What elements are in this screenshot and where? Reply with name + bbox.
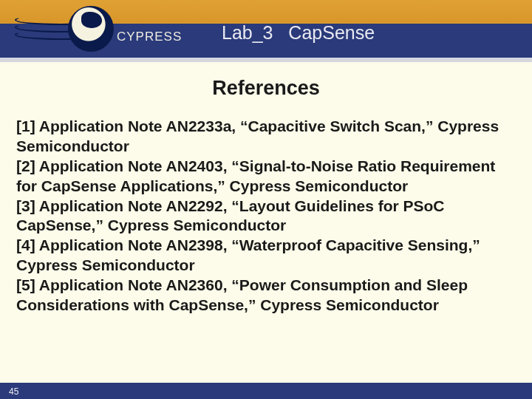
- logo-globe-icon: [68, 6, 114, 52]
- reference-item: [3] Application Note AN2292, “Layout Gui…: [16, 197, 516, 236]
- page-number: 45: [9, 386, 18, 397]
- reference-item: [1] Application Note AN2233a, “Capacitiv…: [16, 117, 516, 157]
- header-light-bar: [0, 58, 532, 62]
- footer-bar: 45: [0, 383, 532, 399]
- references-list: [1] Application Note AN2233a, “Capacitiv…: [16, 117, 516, 316]
- section-heading: References: [0, 77, 532, 100]
- slide: CYPRESS Lab_3 CapSense References [1] Ap…: [0, 0, 532, 399]
- reference-item: [2] Application Note AN2403, “Signal-to-…: [16, 157, 516, 197]
- reference-item: [5] Application Note AN2360, “Power Cons…: [16, 276, 516, 316]
- slide-title: Lab_3 CapSense: [222, 22, 510, 44]
- cypress-logo: CYPRESS: [15, 4, 185, 56]
- logo-text: CYPRESS: [117, 30, 182, 44]
- reference-item: [4] Application Note AN2398, “Waterproof…: [16, 236, 516, 276]
